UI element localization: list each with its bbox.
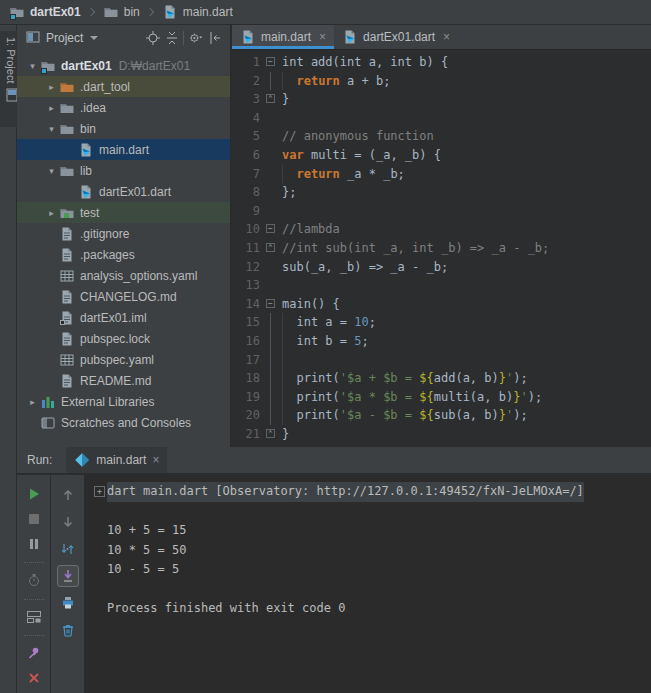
locate-button[interactable] xyxy=(143,29,162,48)
stop-button[interactable] xyxy=(23,509,45,529)
rerun-button[interactable] xyxy=(23,484,45,504)
close-tab-icon[interactable]: × xyxy=(443,30,450,44)
run-panel-header: Run: main.dart× xyxy=(17,447,651,474)
fold-expand-icon[interactable]: + xyxy=(94,486,105,497)
code-line: 18 print('$a + $b = ${add(a, b)}'); xyxy=(232,369,651,388)
tree-row-external-libraries[interactable]: ▸External Libraries xyxy=(17,391,230,412)
expand-arrow-icon[interactable]: ▾ xyxy=(25,61,40,71)
tree-row-dartex01-iml[interactable]: dartEx01.iml xyxy=(17,307,230,328)
tree-row-analysis-options-yaml[interactable]: analysis_options.yaml xyxy=(17,265,230,286)
line-number: 2 xyxy=(232,72,260,91)
breadcrumb-item[interactable]: bin xyxy=(101,4,142,20)
line-number: 21 xyxy=(232,425,260,444)
expand-arrow-icon[interactable]: ▸ xyxy=(44,208,59,218)
down-button[interactable] xyxy=(57,511,79,533)
breadcrumb-item[interactable]: main.dart xyxy=(160,4,235,20)
pin-button[interactable] xyxy=(23,643,45,663)
tree-row-scratches-and-consoles[interactable]: Scratches and Consoles xyxy=(17,412,230,433)
tree-row-main-dart[interactable]: main.dart xyxy=(17,139,230,160)
line-number: 3 xyxy=(232,90,260,109)
breadcrumb-item[interactable]: dartEx01 xyxy=(7,4,83,20)
folder-excluded-icon xyxy=(59,79,75,95)
down-icon xyxy=(60,514,76,530)
run-console[interactable]: +dart main.dart [Observatory: http://127… xyxy=(85,475,651,693)
pause-button[interactable] xyxy=(23,534,45,554)
file-text-icon xyxy=(59,289,75,305)
tree-label: README.md xyxy=(80,374,151,388)
tree-label: dartEx01 xyxy=(61,59,112,73)
print-button[interactable] xyxy=(57,592,79,614)
tree-row-packages[interactable]: .packages xyxy=(17,244,230,265)
code-line: 21⌃} xyxy=(232,425,651,444)
tree-row-dartex01[interactable]: ▾dartEx01D:₩dartEx01 xyxy=(17,55,230,76)
tree-row-pubspec-yaml[interactable]: pubspec.yaml xyxy=(17,349,230,370)
close-tab-icon[interactable]: × xyxy=(319,30,326,44)
tree-row-bin[interactable]: ▾bin xyxy=(17,118,230,139)
expand-arrow-icon[interactable]: ▸ xyxy=(44,103,59,113)
folder-icon xyxy=(59,121,75,137)
tree-label: lib xyxy=(80,164,92,178)
tree-row-changelog-md[interactable]: CHANGELOG.md xyxy=(17,286,230,307)
line-number: 14 xyxy=(232,295,260,314)
indent-guide xyxy=(282,388,283,407)
clear-button[interactable] xyxy=(57,619,79,641)
close-tab-icon[interactable]: × xyxy=(152,453,159,467)
code-line: 6var multi = (_a, _b) { xyxy=(232,146,651,165)
project-tree: ▾dartEx01D:₩dartEx01▸.dart_tool▸.idea▾bi… xyxy=(17,54,230,447)
cycle-button[interactable] xyxy=(57,538,79,560)
file-text-icon xyxy=(59,331,75,347)
hide-panel-button[interactable] xyxy=(205,29,224,48)
expand-arrow-icon[interactable]: ▾ xyxy=(44,166,59,176)
dart-file-icon xyxy=(78,142,94,158)
fold-end-icon[interactable]: ⌃ xyxy=(266,243,275,252)
console-line: 10 * 5 = 50 xyxy=(94,541,651,561)
tree-row-idea[interactable]: ▸.idea xyxy=(17,97,230,118)
chevron-down-icon[interactable] xyxy=(90,36,98,40)
tool-window-tab-project[interactable]: 1: Project xyxy=(0,31,17,127)
fold-collapse-icon[interactable]: − xyxy=(266,57,275,66)
tree-row-pubspec-lock[interactable]: pubspec.lock xyxy=(17,328,230,349)
console-text: 10 * 5 = 50 xyxy=(107,541,186,561)
locate-icon xyxy=(145,30,161,46)
console-line: +dart main.dart [Observatory: http://127… xyxy=(94,482,651,502)
console-text: 10 - 5 = 5 xyxy=(107,560,179,580)
tree-row-dart-tool[interactable]: ▸.dart_tool xyxy=(17,76,230,97)
fold-end-icon[interactable]: ⌃ xyxy=(266,429,275,438)
run-tab[interactable]: main.dart× xyxy=(66,447,167,473)
code-area[interactable]: 1−int add(int a, int b) {2 return a + b;… xyxy=(232,50,651,447)
code-line: 9 xyxy=(232,202,651,221)
fold-end-icon[interactable]: ⌃ xyxy=(266,94,275,103)
code-line: 3⌃} xyxy=(232,90,651,109)
line-number: 16 xyxy=(232,332,260,351)
code-line: 17 xyxy=(232,351,651,370)
fold-collapse-icon[interactable]: − xyxy=(266,299,275,308)
collapse-all-button[interactable] xyxy=(162,29,181,48)
profiler-button[interactable] xyxy=(23,570,45,590)
tree-row-gitignore[interactable]: .gitignore xyxy=(17,223,230,244)
tree-row-readme-md[interactable]: README.md xyxy=(17,370,230,391)
console-text: Process finished with exit code 0 xyxy=(107,599,345,619)
folder-icon xyxy=(59,163,75,179)
line-number: 4 xyxy=(232,109,260,128)
fold-collapse-icon[interactable]: − xyxy=(266,224,275,233)
project-panel-title[interactable]: Project xyxy=(46,31,83,45)
indent-guide xyxy=(282,72,283,91)
layout-button[interactable] xyxy=(23,607,45,627)
gear-button[interactable] xyxy=(186,29,205,48)
expand-arrow-icon[interactable]: ▸ xyxy=(44,82,59,92)
code-line: 4 xyxy=(232,109,651,128)
run-label: Run: xyxy=(27,453,52,467)
tree-row-dartex01-dart[interactable]: dartEx01.dart xyxy=(17,181,230,202)
scroll-end-button[interactable] xyxy=(57,565,79,587)
up-button[interactable] xyxy=(57,484,79,506)
close-button[interactable] xyxy=(23,668,45,688)
tree-row-test[interactable]: ▸test xyxy=(17,202,230,223)
expand-arrow-icon[interactable]: ▾ xyxy=(44,124,59,134)
editor-tab-dartex01-dart[interactable]: dartEx01.dart× xyxy=(334,25,458,49)
line-number: 20 xyxy=(232,406,260,425)
editor-tab-main-dart[interactable]: main.dart× xyxy=(232,25,334,49)
expand-arrow-icon[interactable]: ▸ xyxy=(25,397,40,407)
tree-row-lib[interactable]: ▾lib xyxy=(17,160,230,181)
collapse-all-icon xyxy=(164,30,180,46)
code-line: 15 int a = 10; xyxy=(232,313,651,332)
